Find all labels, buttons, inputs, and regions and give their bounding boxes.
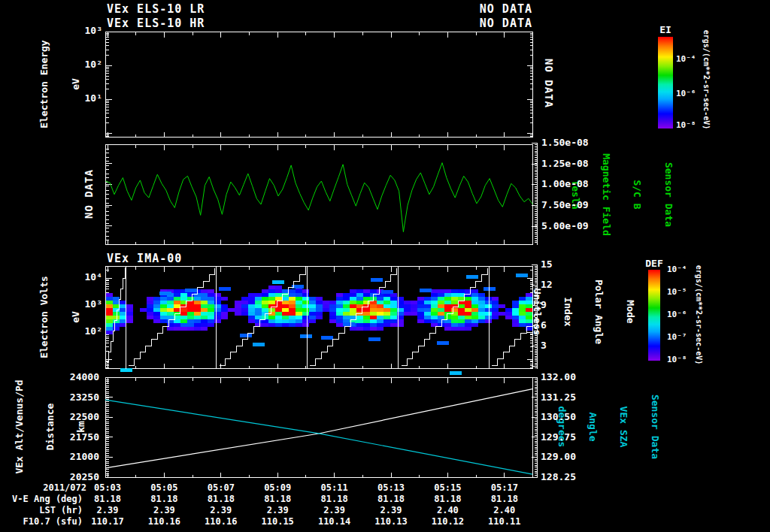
eph-left-tick-label: 22500 — [54, 412, 99, 422]
ei-colorbar-tick-label: 10⁻⁸ — [676, 121, 696, 130]
els-y-axis-title-line1: Electron Energy — [39, 40, 50, 128]
lst-value: 2.40 — [423, 506, 472, 515]
eph-right-tick-label: 129.00 — [541, 452, 576, 462]
time-label: 05:05 — [139, 483, 189, 493]
def-colorbar-tick-label: 10⁻⁴ — [667, 265, 687, 274]
eph-right-tick-label: 131.25 — [541, 392, 576, 403]
time-label: 05:15 — [423, 483, 472, 493]
mag-right-tick-label: 1.00e-08 — [541, 179, 589, 189]
ima-right-label-line3: Index — [562, 280, 573, 344]
def-colorbar-units: ergs/(cm**2-sr-sec-eV) — [695, 265, 703, 364]
ima-right-tick-label: 12 — [541, 280, 553, 290]
ve-ang-value: 81.18 — [196, 494, 246, 504]
els-ytick-label: 10³ — [72, 26, 102, 36]
els-lr-title: VEx ELS-10 LR — [107, 4, 205, 16]
f107-value: 110.17 — [83, 517, 132, 527]
f107-value: 110.12 — [423, 517, 472, 527]
time-label: 05:07 — [196, 483, 246, 493]
ve-ang-value: 81.18 — [423, 494, 472, 504]
f107-value: 110.16 — [196, 517, 246, 527]
eph-left-label-line2: VEx Alt/Venus/Pd — [14, 379, 24, 473]
els-ytick-label: 10¹ — [72, 93, 102, 104]
eph-left-tick-label: 21750 — [54, 432, 99, 443]
eph-right-label-line1: Sensor Data — [650, 394, 660, 459]
ima-y-axis-title-line2: eV — [71, 276, 81, 358]
f107-row-label: F10.7 (sfu) — [0, 517, 83, 527]
magnetic-field-trace — [106, 163, 533, 232]
f107-value: 110.13 — [366, 517, 416, 527]
time-label: 05:09 — [253, 483, 302, 493]
eph-left-tick-label: 23250 — [54, 392, 99, 403]
eph-left-tick-label: 20250 — [54, 472, 99, 482]
ve-ang-value: 81.18 — [83, 494, 132, 504]
els-lr-status: NO DATA — [450, 4, 532, 16]
f107-value: 110.14 — [310, 517, 359, 527]
ima-right-tick-label: 9 — [541, 300, 547, 310]
ei-colorbar-tick-label: 10⁻⁶ — [676, 89, 696, 98]
ei-colorbar-units: ergs/(cm**2-sr-sec-eV) — [702, 30, 711, 129]
eph-right-tick-label: 130.50 — [541, 412, 576, 422]
mag-label-line3: Magnetic Field — [601, 153, 611, 236]
eph-right-label-line4: degrees — [556, 394, 567, 459]
ima-right-tick-label: 3 — [541, 340, 547, 351]
lst-value: 2.39 — [310, 506, 359, 515]
els-y-axis-title-line2: eV — [71, 40, 81, 128]
ei-colorbar — [658, 37, 673, 128]
ima-right-tick-label: 6 — [541, 320, 547, 331]
eph-right-label-line3: Angle — [587, 394, 598, 459]
plot-page: VEx ELS-10 LR VEx ELS-10 HR NO DATA NO D… — [0, 0, 770, 532]
ima-ytick-label: 10² — [72, 326, 102, 337]
mag-side-status: NO DATA — [83, 169, 95, 219]
date-label: 2011/072 — [11, 483, 86, 493]
mag-right-tick-label: 5.00e-09 — [541, 221, 589, 231]
def-colorbar-tick-label: 10⁻⁸ — [667, 355, 687, 364]
lst-value: 2.40 — [480, 506, 529, 515]
time-label: 05:17 — [480, 483, 529, 493]
eph-right-tick-label: 128.25 — [541, 472, 576, 482]
ima-right-label-line1: Mode — [625, 280, 635, 344]
ima-right-tick-label: 15 — [541, 259, 553, 270]
eph-right-tick-label: 132.00 — [541, 372, 576, 382]
ima-ytick-label: 10³ — [72, 299, 102, 310]
els-side-status: NO DATA — [544, 59, 555, 108]
els-hr-title: VEx ELS-10 HR — [107, 18, 205, 30]
els-hr-status: NO DATA — [450, 18, 532, 30]
ima-y-axis-title-line1: Electron Volts — [39, 276, 50, 358]
ve-ang-value: 81.18 — [480, 494, 529, 504]
f107-value: 110.16 — [139, 517, 189, 527]
eph-right-tick-label: 129.75 — [541, 432, 576, 443]
def-colorbar-tick-label: 10⁻⁵ — [667, 288, 687, 297]
ima-right-label-line2: Polar Angle — [594, 280, 605, 344]
lst-row-label: LST (hr) — [0, 506, 83, 515]
def-colorbar-tick-label: 10⁻⁷ — [667, 333, 687, 342]
ima-title: VEx IMA-00 — [107, 253, 182, 265]
time-label: 05:11 — [310, 483, 359, 493]
f107-value: 110.11 — [480, 517, 529, 527]
lst-value: 2.39 — [366, 506, 416, 515]
els-y-axis-title: Electron Energy eV — [19, 40, 102, 128]
sza-line — [105, 400, 532, 474]
lst-value: 2.39 — [139, 506, 189, 515]
ve-ang-row-label: V-E Ang (deg) — [0, 494, 83, 504]
f107-value: 110.15 — [253, 517, 302, 527]
ima-right-axis-title: Mode Polar Angle Index Unitless — [511, 280, 656, 344]
ve-ang-value: 81.18 — [139, 494, 189, 504]
eph-left-tick-label: 24000 — [54, 372, 99, 382]
ima-y-axis-title: Electron Volts eV — [19, 276, 102, 358]
lst-value: 2.39 — [253, 506, 302, 515]
els-ytick-label: 10² — [72, 59, 102, 70]
mag-right-tick-label: 1.25e-08 — [541, 159, 589, 169]
mag-label-line2: S/C B — [632, 153, 643, 236]
def-colorbar — [648, 270, 660, 361]
eph-left-tick-label: 21000 — [54, 452, 99, 462]
eph-right-label-line2: VEx SZA — [619, 394, 629, 459]
ve-ang-value: 81.18 — [366, 494, 416, 504]
def-colorbar-title: DEF — [639, 258, 669, 269]
ei-colorbar-title: EI — [650, 25, 681, 35]
ima-ytick-label: 10⁴ — [72, 272, 102, 283]
mag-right-tick-label: 7.50e-09 — [541, 200, 589, 210]
mag-label-line1: Sensor Data — [663, 153, 674, 236]
def-colorbar-tick-label: 10⁻⁶ — [667, 310, 687, 319]
ei-colorbar-tick-label: 10⁻⁴ — [676, 55, 696, 64]
ve-ang-value: 81.18 — [310, 494, 359, 504]
